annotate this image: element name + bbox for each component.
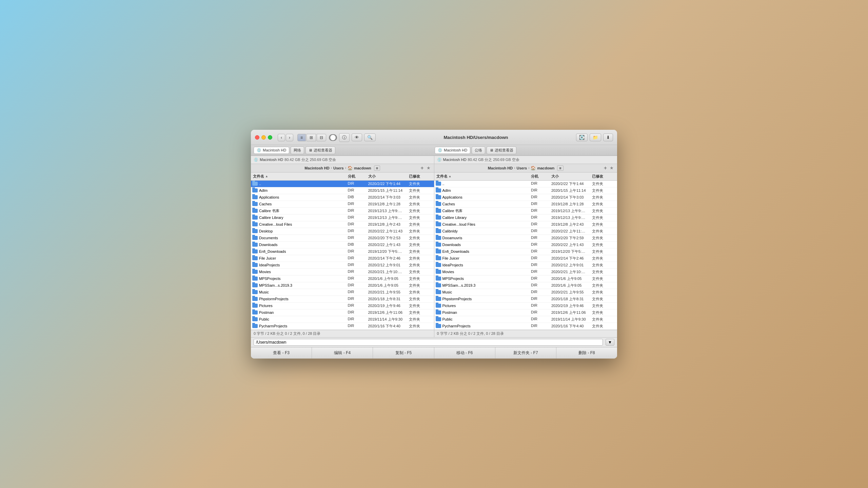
tab-process-right[interactable]: 🖥 进程查看器: [487, 146, 516, 154]
bottom-btn-0[interactable]: 查看 - F3: [251, 347, 312, 359]
minimize-button[interactable]: [261, 135, 266, 140]
tab-process-left[interactable]: 🖥 进程查看器: [305, 146, 335, 154]
table-row[interactable]: CachesDIR2019/12/8 上午1:28文件夹: [251, 201, 434, 208]
table-row[interactable]: PicturesDIR2020/2/19 上午9:46文件夹: [434, 303, 617, 309]
table-row[interactable]: Calibre 书库DIR2019/12/13 上午9:…文件夹: [251, 208, 434, 215]
table-row[interactable]: DesktopDIR2020/2/22 上午11:43文件夹: [251, 228, 434, 235]
table-row[interactable]: PublicDIR2019/11/14 上午9:30文件夹: [434, 316, 617, 323]
breadcrumb-macdown-right[interactable]: macdown: [537, 166, 554, 170]
breadcrumb-macintosh-hd-right[interactable]: Macintosh HD: [488, 166, 513, 170]
binoculars-button[interactable]: 🔍: [364, 134, 376, 141]
star-right[interactable]: ★: [610, 165, 614, 170]
table-row[interactable]: File JuicerDIR2020/2/14 下午2:46文件夹: [251, 255, 434, 262]
table-row[interactable]: File JuicerDIR2020/2/14 下午2:46文件夹: [434, 255, 617, 262]
table-row[interactable]: AdlmDIR2020/1/15 上午11:14文件夹: [251, 187, 434, 194]
zoom-button[interactable]: [268, 135, 272, 140]
table-row[interactable]: MPSSam...s.2019.3DIR2020/1/6 上午9:05文件夹: [251, 282, 434, 289]
bottom-btn-3[interactable]: 移动 - F6: [434, 347, 495, 359]
breadcrumb-macdown-left[interactable]: macdown: [354, 166, 371, 170]
table-row[interactable]: MPSSam...s.2019.3DIR2020/1/6 上午9:05文件夹: [434, 282, 617, 289]
table-row[interactable]: Calibre 书库DIR2019/12/13 上午9:…文件夹: [434, 208, 617, 215]
view-icon-button[interactable]: ⊟: [317, 134, 326, 141]
table-row[interactable]: MoviesDIR2020/2/21 上午10:…文件夹: [434, 269, 617, 276]
table-row[interactable]: Calibre LibraryDIR2019/12/13 上午9:…文件夹: [251, 215, 434, 221]
col-drive-right[interactable]: 分机: [529, 173, 549, 180]
view-list-button[interactable]: ≡: [297, 134, 306, 141]
table-row[interactable]: MusicDIR2020/2/21 上午9:55文件夹: [251, 289, 434, 296]
table-row[interactable]: Creative...loud FilesDIR2019/12/8 上午2:43…: [251, 221, 434, 228]
add-tab-left[interactable]: +: [420, 165, 423, 171]
panel-options-right[interactable]: ≡: [557, 165, 563, 171]
table-row[interactable]: DocumentsDIR2020/2/20 下午2:53文件夹: [251, 235, 434, 242]
bottom-btn-4[interactable]: 新文件夹 - F7: [495, 347, 556, 359]
bottom-btn-2[interactable]: 复制 - F5: [373, 347, 434, 359]
file-date-cell: 2020/2/22 下午1:44: [366, 181, 407, 187]
table-row[interactable]: Creative...loud FilesDIR2019/12/8 上午2:43…: [434, 221, 617, 228]
table-row[interactable]: IdeaProjectsDIR2020/2/12 上午9:01文件夹: [434, 262, 617, 269]
download-button[interactable]: ⬇: [603, 134, 613, 141]
tab-macintosh-hd-right[interactable]: 💿 Macintosh HD: [435, 147, 470, 154]
file-type-cell: 文件夹: [407, 194, 434, 201]
col-size-right[interactable]: 大小: [549, 173, 590, 180]
traffic-lights: [255, 135, 272, 140]
table-row[interactable]: MPSProjectsDIR2020/1/6 上午9:05文件夹: [251, 276, 434, 282]
forward-button[interactable]: ›: [286, 134, 293, 141]
folder-button[interactable]: 📁: [590, 134, 601, 141]
table-row[interactable]: ..DIR2020/2/22 下午1:44文件夹: [434, 181, 617, 187]
file-name-text: Enfi_Downloads: [442, 249, 470, 253]
panel-options-left[interactable]: ≡: [374, 165, 380, 171]
bottom-btn-1[interactable]: 编辑 - F4: [312, 347, 373, 359]
table-row[interactable]: PhpstormProjectsDIR2020/1/18 上午8:31文件夹: [434, 296, 617, 303]
path-dropdown-button[interactable]: ▼: [606, 339, 614, 346]
eye-button[interactable]: 👁: [352, 134, 362, 141]
drive-button[interactable]: 💽: [576, 134, 588, 141]
table-row[interactable]: PostmanDIR2019/12/6 上午11:06文件夹: [251, 309, 434, 316]
close-button[interactable]: [255, 135, 259, 140]
table-row[interactable]: CachesDIR2019/12/8 上午1:28文件夹: [434, 201, 617, 208]
breadcrumb-users-right[interactable]: Users: [517, 166, 527, 170]
table-row[interactable]: PicturesDIR2020/2/19 上午9:46文件夹: [251, 303, 434, 309]
disk-name-right: Macintosh HD: [443, 158, 467, 162]
table-row[interactable]: ..DIR2020/2/22 下午1:44文件夹: [251, 181, 434, 187]
col-drive-left[interactable]: 分机: [346, 173, 366, 180]
table-row[interactable]: ApplicationsDIR2020/2/14 下午3:03文件夹: [434, 194, 617, 201]
col-filename-right[interactable]: 文件名 ▲: [434, 173, 529, 180]
file-name-text: ..: [259, 182, 261, 186]
table-row[interactable]: IdeaProjectsDIR2020/2/12 上午9:01文件夹: [251, 262, 434, 269]
table-row[interactable]: Calibre LibraryDIR2019/12/13 上午9:…文件夹: [434, 215, 617, 221]
table-row[interactable]: MoviesDIR2020/2/21 上午10:…文件夹: [251, 269, 434, 276]
col-size-left[interactable]: 大小: [366, 173, 407, 180]
info-button[interactable]: ⓘ: [339, 133, 350, 142]
col-date-right[interactable]: 已修改: [590, 173, 617, 180]
col-filename-left[interactable]: 文件名 ▲: [251, 173, 346, 180]
add-tab-right[interactable]: +: [604, 165, 607, 171]
file-name-cell: Caches: [434, 201, 529, 207]
table-row[interactable]: DownloadsDIB2020/2/22 上午1:43文件夹: [251, 242, 434, 248]
tab-network-right[interactable]: 公络: [472, 146, 485, 154]
table-row[interactable]: PycharmProjectsDIR2020/1/16 下午4:40文件夹: [251, 323, 434, 330]
star-left[interactable]: ★: [427, 165, 431, 170]
path-input[interactable]: [254, 339, 603, 346]
table-row[interactable]: Enfi_DownloadsDIR2019/12/20 下午5:…文件夹: [434, 248, 617, 255]
table-row[interactable]: AdlmDIR2020/1/15 上午11:14文件夹: [434, 187, 617, 194]
table-row[interactable]: Enfi_DownloadsDIR2019/12/20 下午5:…文件夹: [251, 248, 434, 255]
breadcrumb-macintosh-hd-left[interactable]: Macintosh HD: [304, 166, 329, 170]
table-row[interactable]: DownloadsDIR2020/2/22 上午1:43文件夹: [434, 242, 617, 248]
toggle-button[interactable]: [329, 134, 337, 141]
table-row[interactable]: PostmanDIR2019/12/6 上午11:06文件夹: [434, 309, 617, 316]
back-button[interactable]: ‹: [278, 134, 285, 141]
col-date-left[interactable]: 已修改: [407, 173, 434, 180]
table-row[interactable]: MusicDIR2020/2/21 上午9:55文件夹: [434, 289, 617, 296]
table-row[interactable]: DooamuvrisDIR2020/2/20 下午2:59文件夹: [434, 235, 617, 242]
table-row[interactable]: PycharmProjectsDIR2020/1/16 下午4:40文件夹: [434, 323, 617, 330]
view-detail-button[interactable]: ⊞: [307, 134, 316, 141]
tab-network-left[interactable]: 网络: [291, 146, 304, 154]
table-row[interactable]: CalibnldyDIR2020/2/22 上午11:…文件夹: [434, 228, 617, 235]
bottom-btn-5[interactable]: 删除 - F8: [556, 347, 617, 359]
breadcrumb-users-left[interactable]: Users: [333, 166, 344, 170]
table-row[interactable]: ApplicationsDIB2020/2/14 下午3:03文件夹: [251, 194, 434, 201]
table-row[interactable]: PublicDIR2019/11/14 上午9:30文件夹: [251, 316, 434, 323]
tab-macintosh-hd-left[interactable]: 💿 Macintosh HD: [254, 147, 289, 154]
table-row[interactable]: PhpstormProjectsDIR2020/1/18 上午8:31文件夹: [251, 296, 434, 303]
table-row[interactable]: MPSProjectsDIR2020/1/6 上午9:05文件夹: [434, 276, 617, 282]
